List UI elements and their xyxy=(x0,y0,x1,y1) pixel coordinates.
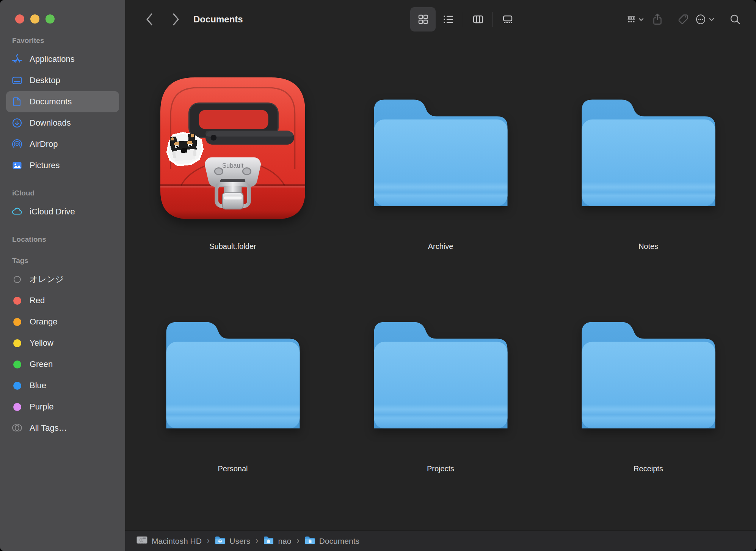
path-bar: Macintosh HD › Users › xyxy=(125,531,756,551)
more-actions-button[interactable] xyxy=(695,13,714,25)
chevron-down-icon xyxy=(709,16,714,23)
crumb-label: nao xyxy=(278,537,291,546)
crumb-label: Macintosh HD xyxy=(152,537,202,546)
zoom-button[interactable] xyxy=(45,14,55,24)
file-item-notes[interactable]: Notes xyxy=(544,54,752,251)
column-view-button[interactable] xyxy=(465,7,491,31)
share-button[interactable] xyxy=(644,13,671,25)
search-button[interactable] xyxy=(714,14,756,25)
crumb-users[interactable]: Users xyxy=(215,536,250,546)
file-label: Archive xyxy=(428,242,453,251)
main-pane: Documents xyxy=(125,0,756,551)
blue-folder-icon xyxy=(160,297,306,443)
close-button[interactable] xyxy=(15,14,24,24)
gallery-view-button[interactable] xyxy=(495,7,520,31)
sidebar-item-label: iCloud Drive xyxy=(30,207,75,217)
sidebar-tag-orenji[interactable]: オレンジ xyxy=(6,269,119,290)
blue-folder-icon xyxy=(368,297,514,443)
tag-label: All Tags… xyxy=(30,423,67,433)
crumb-documents[interactable]: Documents xyxy=(305,536,359,546)
locations-header: Locations xyxy=(12,235,119,244)
tag-label: オレンジ xyxy=(30,274,64,285)
download-circle-icon xyxy=(11,117,23,129)
icloud-header: iCloud xyxy=(12,189,119,197)
tag-dot-icon xyxy=(11,359,23,370)
file-label: Projects xyxy=(427,464,454,473)
crumb-separator: › xyxy=(296,536,299,546)
view-switcher xyxy=(410,0,520,39)
tag-label: Green xyxy=(30,359,53,369)
crumb-separator: › xyxy=(207,536,210,546)
folder-users-icon xyxy=(215,536,225,546)
sidebar-item-label: Downloads xyxy=(30,118,71,128)
tag-button[interactable] xyxy=(671,14,695,25)
favorites-header: Favorites xyxy=(12,36,119,45)
blue-folder-icon xyxy=(576,75,721,221)
traffic-lights xyxy=(15,14,119,24)
file-item-archive[interactable]: Archive xyxy=(337,54,544,251)
sidebar: Favorites Applications Desktop xyxy=(0,0,125,551)
forward-button[interactable] xyxy=(165,0,187,39)
sidebar-tag-green[interactable]: Green xyxy=(6,354,119,375)
crumb-separator: › xyxy=(256,536,258,546)
finder-window: Favorites Applications Desktop xyxy=(0,0,756,551)
sidebar-tag-purple[interactable]: Purple xyxy=(6,396,119,417)
sidebar-item-airdrop[interactable]: AirDrop xyxy=(6,134,119,155)
sidebar-item-desktop[interactable]: Desktop xyxy=(6,70,119,91)
tag-label: Red xyxy=(30,296,45,305)
sidebar-item-documents[interactable]: Documents xyxy=(6,91,119,112)
sidebar-item-label: AirDrop xyxy=(30,139,58,149)
toolbar-right xyxy=(627,0,756,39)
icon-view-button[interactable] xyxy=(410,7,436,31)
file-item-receipts[interactable]: Receipts xyxy=(544,276,752,473)
folder-documents-icon xyxy=(305,536,315,546)
file-item-projects[interactable]: Projects xyxy=(337,276,544,473)
group-by-button[interactable] xyxy=(627,14,644,25)
tags-header: Tags xyxy=(12,257,119,265)
crumb-macintosh-hd[interactable]: Macintosh HD xyxy=(136,535,202,546)
document-icon xyxy=(11,96,23,107)
tag-dot-icon xyxy=(11,380,23,391)
tag-label: Orange xyxy=(30,317,57,327)
minimize-button[interactable] xyxy=(30,14,39,24)
sidebar-item-applications[interactable]: Applications xyxy=(6,49,119,70)
chevron-down-icon xyxy=(638,16,644,23)
sidebar-item-all-tags[interactable]: All Tags… xyxy=(6,417,119,439)
sidebar-tag-yellow[interactable]: Yellow xyxy=(6,332,119,354)
tag-label: Yellow xyxy=(30,338,53,348)
sidebar-tag-orange[interactable]: Orange xyxy=(6,311,119,332)
file-item-subault[interactable]: Subault xyxy=(129,54,337,251)
file-item-personal[interactable]: Personal xyxy=(129,276,337,473)
sidebar-item-label: Pictures xyxy=(30,161,60,170)
hard-drive-icon xyxy=(136,535,147,546)
tag-ring-icon xyxy=(11,274,23,285)
cloud-icon xyxy=(11,206,23,217)
tag-dot-icon xyxy=(11,401,23,412)
blue-folder-icon xyxy=(576,297,721,443)
blue-folder-icon xyxy=(368,75,514,221)
file-label: Subault.folder xyxy=(209,242,256,251)
sidebar-item-label: Documents xyxy=(30,97,72,107)
sidebar-item-downloads[interactable]: Downloads xyxy=(6,112,119,134)
crumb-label: Documents xyxy=(319,537,359,546)
tag-dot-icon xyxy=(11,316,23,327)
tag-dot-icon xyxy=(11,295,23,306)
airdrop-icon xyxy=(11,139,23,150)
file-grid: Subault xyxy=(125,39,756,531)
sidebar-item-pictures[interactable]: Pictures xyxy=(6,155,119,176)
desktop-icon xyxy=(11,75,23,86)
folder-home-icon xyxy=(264,536,274,546)
sidebar-item-icloud-drive[interactable]: iCloud Drive xyxy=(6,201,119,222)
crumb-nao[interactable]: nao xyxy=(264,536,291,546)
file-label: Receipts xyxy=(634,464,663,473)
app-store-icon xyxy=(11,54,23,65)
file-label: Personal xyxy=(218,464,248,473)
toolbar: Documents xyxy=(125,0,756,39)
window-title: Documents xyxy=(193,0,243,39)
back-button[interactable] xyxy=(139,0,160,39)
tag-dot-icon xyxy=(11,337,23,349)
sidebar-tag-blue[interactable]: Blue xyxy=(6,375,119,396)
list-view-button[interactable] xyxy=(436,7,461,31)
sidebar-item-label: Desktop xyxy=(30,76,60,85)
sidebar-tag-red[interactable]: Red xyxy=(6,290,119,311)
